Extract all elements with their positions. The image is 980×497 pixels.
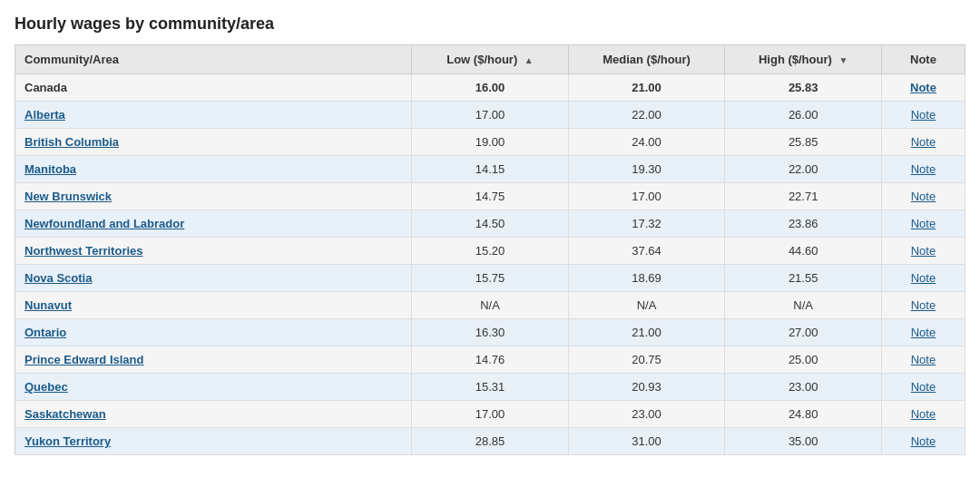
note-cell: Note [881,183,965,210]
high-value: 25.83 [725,74,882,102]
note-link[interactable]: Note [910,81,936,94]
region-link[interactable]: Northwest Territories [24,244,143,258]
region-link[interactable]: Manitoba [24,162,76,176]
table-row: Newfoundland and Labrador14.5017.3223.86… [15,210,965,238]
median-value: 22.00 [568,102,725,129]
high-value: 23.86 [725,210,882,238]
region-name-cell: Prince Edward Island [15,346,412,374]
table-row: Alberta17.0022.0026.00Note [15,102,965,129]
table-row: Manitoba14.1519.3022.00Note [15,156,965,183]
note-link[interactable]: Note [911,326,936,339]
high-value: 23.00 [725,374,882,401]
median-value: 37.64 [568,238,725,265]
region-name-cell: Canada [15,74,412,102]
table-row: Northwest Territories15.2037.6444.60Note [15,238,965,265]
low-value: N/A [412,292,569,319]
region-name-cell: Newfoundland and Labrador [15,210,412,238]
col-header-low[interactable]: Low ($/hour) ▲ [412,45,569,74]
table-row: Nova Scotia15.7518.6921.55Note [15,265,965,292]
high-value: N/A [725,292,882,319]
table-row: Canada16.0021.0025.83Note [15,74,965,102]
median-value: 20.75 [568,346,725,374]
region-link[interactable]: Ontario [24,326,66,339]
table-header-row: Community/Area Low ($/hour) ▲ Median ($/… [15,45,965,74]
high-value: 24.80 [725,401,882,428]
col-header-note: Note [881,45,965,74]
region-name-cell: Yukon Territory [15,428,412,455]
note-cell: Note [881,129,965,156]
low-value: 14.50 [412,210,569,238]
low-value: 14.15 [412,156,569,183]
median-value: 20.93 [568,374,725,401]
col-header-community[interactable]: Community/Area [15,45,412,74]
note-link[interactable]: Note [911,380,936,394]
note-link[interactable]: Note [911,298,936,312]
sort-up-icon: ▲ [524,55,534,65]
table-row: New Brunswick14.7517.0022.71Note [15,183,965,210]
note-cell: Note [881,265,965,292]
note-link[interactable]: Note [911,407,936,421]
note-cell: Note [881,102,965,129]
col-header-high-label: High ($/hour) [759,53,832,66]
region-name-cell: Nunavut [15,292,412,319]
note-cell: Note [881,156,965,183]
high-value: 26.00 [725,102,882,129]
region-link[interactable]: Yukon Territory [24,434,111,448]
median-value: N/A [568,292,725,319]
table-row: Prince Edward Island14.7620.7525.00Note [15,346,965,374]
note-cell: Note [881,210,965,238]
low-value: 14.76 [412,346,569,374]
high-value: 22.71 [725,183,882,210]
wages-table: Community/Area Low ($/hour) ▲ Median ($/… [15,44,965,455]
note-link[interactable]: Note [911,162,936,176]
region-name-cell: Nova Scotia [15,265,412,292]
high-value: 44.60 [725,238,882,265]
note-cell: Note [881,292,965,319]
low-value: 17.00 [412,102,569,129]
region-name-cell: Alberta [15,102,412,129]
region-link[interactable]: Nova Scotia [24,271,92,285]
note-link[interactable]: Note [911,190,936,203]
low-value: 17.00 [412,401,569,428]
note-link[interactable]: Note [911,108,936,122]
high-value: 25.00 [725,346,882,374]
region-link[interactable]: Saskatchewan [24,407,106,421]
col-header-low-label: Low ($/hour) [446,53,517,66]
region-link[interactable]: British Columbia [24,135,119,149]
region-link[interactable]: Newfoundland and Labrador [24,217,184,230]
note-link[interactable]: Note [911,353,936,366]
region-link[interactable]: Quebec [24,380,68,394]
region-name-cell: New Brunswick [15,183,412,210]
region-name-cell: British Columbia [15,129,412,156]
median-value: 21.00 [568,74,725,102]
low-value: 15.75 [412,265,569,292]
col-header-median[interactable]: Median ($/hour) [568,45,725,74]
low-value: 16.30 [412,319,569,346]
region-link[interactable]: New Brunswick [24,190,112,203]
high-value: 21.55 [725,265,882,292]
note-link[interactable]: Note [911,135,936,149]
median-value: 19.30 [568,156,725,183]
page-title: Hourly wages by community/area [15,15,965,34]
median-value: 23.00 [568,401,725,428]
region-name-cell: Manitoba [15,156,412,183]
median-value: 18.69 [568,265,725,292]
note-link[interactable]: Note [911,271,936,285]
low-value: 16.00 [412,74,569,102]
region-link[interactable]: Nunavut [24,298,72,312]
high-value: 22.00 [725,156,882,183]
median-value: 17.00 [568,183,725,210]
region-link[interactable]: Alberta [24,108,65,122]
note-link[interactable]: Note [911,244,936,258]
high-value: 25.85 [725,129,882,156]
col-header-high[interactable]: High ($/hour) ▼ [725,45,882,74]
note-link[interactable]: Note [911,217,936,230]
high-value: 27.00 [725,319,882,346]
median-value: 24.00 [568,129,725,156]
table-row: NunavutN/AN/AN/ANote [15,292,965,319]
low-value: 15.20 [412,238,569,265]
high-value: 35.00 [725,428,882,455]
sort-down-icon: ▼ [838,55,848,65]
note-link[interactable]: Note [911,434,936,448]
region-link[interactable]: Prince Edward Island [24,353,144,366]
